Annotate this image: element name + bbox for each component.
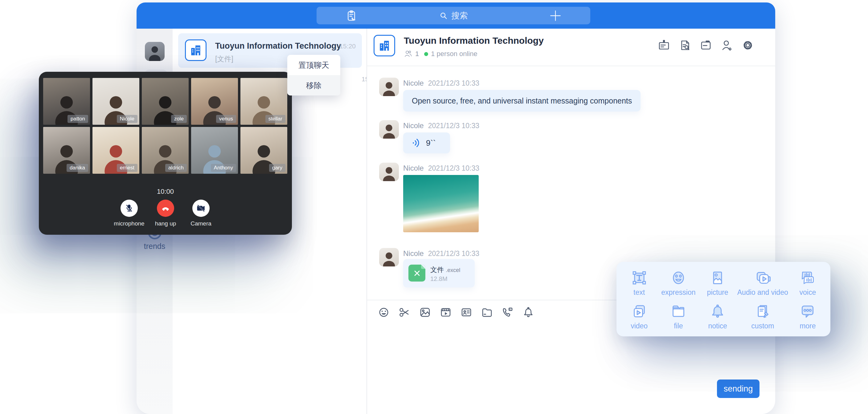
chat-subtitle: 1 1 person online [404, 50, 477, 58]
participant-name: aldrich [165, 164, 187, 172]
titlebar: 搜索 [136, 2, 775, 29]
participant-tile[interactable]: aldrich [142, 127, 189, 174]
chat-main: Tuoyun Information Technology 1 1 person… [367, 29, 775, 414]
sender-name: Nicole [403, 121, 424, 130]
screenshot-scissors-icon[interactable] [398, 306, 411, 319]
panel-item-audio-video[interactable]: Audio and video [737, 266, 788, 300]
participant-tile[interactable]: stellar [241, 78, 287, 125]
hang-up-button[interactable] [157, 200, 174, 217]
notification-bell-icon[interactable] [522, 306, 535, 319]
group-files-icon[interactable] [700, 39, 712, 52]
file-folder-icon [670, 303, 687, 320]
participant-name: Anthony [211, 164, 236, 172]
trends-label: trends [136, 242, 173, 251]
message-time: 2021/12/3 10:33 [428, 250, 479, 258]
sender-name: Nicole [403, 164, 424, 172]
member-count: 1 [415, 50, 419, 58]
sender-avatar[interactable] [379, 248, 399, 266]
image-message-beach[interactable] [403, 175, 479, 232]
sender-avatar[interactable] [379, 77, 399, 96]
mic-off-icon [124, 203, 134, 213]
more-icon [799, 303, 816, 320]
page: { "titlebar": { "search_placeholder": "搜… [0, 0, 868, 414]
search-placeholder: 搜索 [451, 10, 468, 21]
participant-tile[interactable]: patton [43, 78, 90, 125]
file-name: 文件 .excel [430, 265, 460, 275]
camera-label: Camera [179, 220, 222, 227]
search-icon [439, 11, 448, 20]
conversation-context-menu: 置顶聊天 移除 [287, 55, 340, 95]
sender-avatar[interactable] [379, 163, 399, 181]
audio-video-icon [754, 269, 771, 286]
message-time: 2021/12/3 10:33 [428, 79, 479, 88]
participant-tile[interactable]: zole [142, 78, 189, 125]
menu-item-pin-chat[interactable]: 置顶聊天 [287, 55, 340, 75]
send-button[interactable]: sending [717, 380, 760, 398]
video-call-icon[interactable] [501, 306, 514, 319]
text-icon [631, 269, 648, 286]
participant-name: patton [67, 115, 88, 123]
participant-name: stellar [266, 115, 285, 123]
contact-card-icon[interactable] [460, 306, 473, 319]
participant-grid: patton Nicole zole venus stellar danika [43, 78, 287, 174]
panel-item-file[interactable]: file [659, 300, 698, 333]
group-notice-icon[interactable] [657, 39, 671, 52]
chat-title: Tuoyun Information Technology [404, 35, 544, 46]
panel-item-text[interactable]: text [620, 266, 659, 300]
participant-tile[interactable]: ernest [92, 127, 139, 174]
online-dot [424, 52, 428, 56]
video-icon [631, 303, 648, 320]
panel-item-custom[interactable]: custom [737, 300, 788, 333]
sender-name: Nicole [403, 249, 424, 258]
camera-off-icon [196, 203, 206, 213]
add-member-icon[interactable] [720, 39, 733, 52]
microphone-toggle-button[interactable] [121, 200, 138, 217]
excel-file-icon [408, 264, 425, 282]
message-time: 2021/12/3 10:33 [428, 164, 479, 172]
participant-tile[interactable]: gary [241, 127, 287, 174]
voice-wave-icon [411, 138, 422, 148]
participant-tile[interactable]: danika [43, 127, 90, 174]
panel-item-expression[interactable]: expression [659, 266, 698, 300]
picture-icon [709, 269, 726, 286]
custom-icon [754, 303, 771, 320]
menu-item-remove[interactable]: 移除 [287, 75, 340, 95]
participant-name: danika [67, 164, 88, 172]
conversation-preview: [文件] [215, 54, 233, 64]
group-building-icon [374, 35, 395, 56]
participant-name: venus [216, 115, 236, 123]
camera-toggle-button[interactable] [192, 200, 210, 217]
voice-icon [799, 269, 816, 286]
notice-bell-icon [709, 303, 726, 320]
panel-item-video[interactable]: video [620, 300, 659, 333]
settings-gear-icon[interactable] [741, 39, 754, 52]
message-type-panel: text expression picture Audio and video [617, 262, 830, 337]
user-avatar[interactable] [145, 42, 164, 61]
file-ext: .excel [446, 267, 460, 273]
send-file-icon[interactable] [480, 306, 494, 319]
panel-item-more[interactable]: more [788, 300, 827, 333]
add-icon[interactable] [549, 9, 562, 22]
composer-toolbar [377, 306, 535, 319]
sender-avatar[interactable] [379, 120, 399, 138]
participant-tile[interactable]: Anthony [191, 127, 238, 174]
participant-tile[interactable]: venus [191, 78, 238, 125]
panel-item-notice[interactable]: notice [698, 300, 737, 333]
video-call-overlay: patton Nicole zole venus stellar danika [39, 72, 292, 235]
call-timer: 10:00 [39, 188, 292, 196]
message-time: 2021/12/3 10:33 [428, 122, 479, 130]
send-picture-icon[interactable] [418, 306, 432, 319]
voice-message-bubble[interactable]: 9`` [403, 132, 450, 153]
chat-history-search-icon[interactable] [678, 39, 691, 52]
emoji-icon[interactable] [377, 306, 390, 319]
panel-item-picture[interactable]: picture [698, 266, 737, 300]
online-status: 1 person online [431, 50, 477, 58]
sender-name: Nicole [403, 79, 424, 88]
file-message-bubble[interactable]: 文件 .excel 12.8M [403, 259, 475, 287]
hang-up-icon [160, 203, 171, 214]
group-building-icon [185, 39, 207, 61]
participant-tile[interactable]: Nicole [92, 78, 139, 125]
send-video-icon[interactable] [439, 306, 452, 319]
panel-item-voice[interactable]: voice [788, 266, 827, 300]
voice-duration: 9`` [426, 138, 436, 148]
